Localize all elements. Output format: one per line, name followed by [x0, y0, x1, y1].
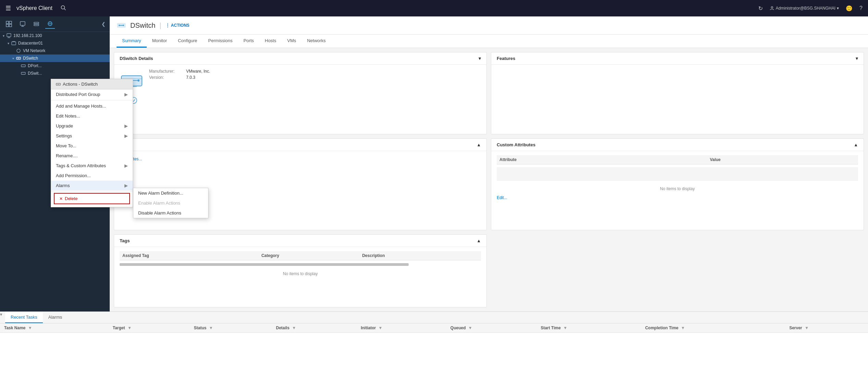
ctx-header-icon	[56, 82, 61, 87]
ctx-tags-custom[interactable]: Tags & Custom Attributes ▶	[51, 161, 133, 171]
ctx-add-manage-hosts[interactable]: Add and Manage Hosts...	[51, 101, 133, 111]
ctx-arrow-settings: ▶	[124, 133, 128, 138]
ctx-move-to[interactable]: Move To...	[51, 141, 133, 151]
delete-x-icon: ✕	[59, 196, 63, 201]
ctx-edit-notes[interactable]: Edit Notes...	[51, 111, 133, 121]
ctx-delete[interactable]: ✕ Delete	[54, 193, 130, 204]
context-menu: Actions - DSwitch Distributed Port Group…	[51, 79, 133, 207]
ctx-upgrade[interactable]: Upgrade ▶	[51, 121, 133, 131]
ctx-arrow-upgrade: ▶	[124, 123, 128, 128]
submenu-new-alarm[interactable]: New Alarm Definition...	[133, 188, 208, 198]
ctx-add-permission[interactable]: Add Permission...	[51, 171, 133, 181]
ctx-arrow-alarms: ▶	[124, 183, 128, 188]
alarms-submenu: New Alarm Definition... Enable Alarm Act…	[133, 188, 208, 218]
submenu-enable-alarm: Enable Alarm Actions	[133, 198, 208, 208]
ctx-settings[interactable]: Settings ▶	[51, 131, 133, 141]
submenu-disable-alarm[interactable]: Disable Alarm Actions	[133, 208, 208, 218]
ctx-alarms[interactable]: Alarms ▶	[51, 181, 133, 191]
ctx-arrow-tags: ▶	[124, 163, 128, 168]
ctx-divider-1	[51, 100, 133, 100]
ctx-distributed-port-group[interactable]: Distributed Port Group ▶	[51, 89, 133, 99]
context-menu-header: Actions - DSwitch	[51, 79, 133, 89]
ctx-arrow-dist-port: ▶	[124, 92, 128, 97]
ctx-divider-2	[51, 191, 133, 192]
ctx-rename[interactable]: Rename....	[51, 151, 133, 161]
